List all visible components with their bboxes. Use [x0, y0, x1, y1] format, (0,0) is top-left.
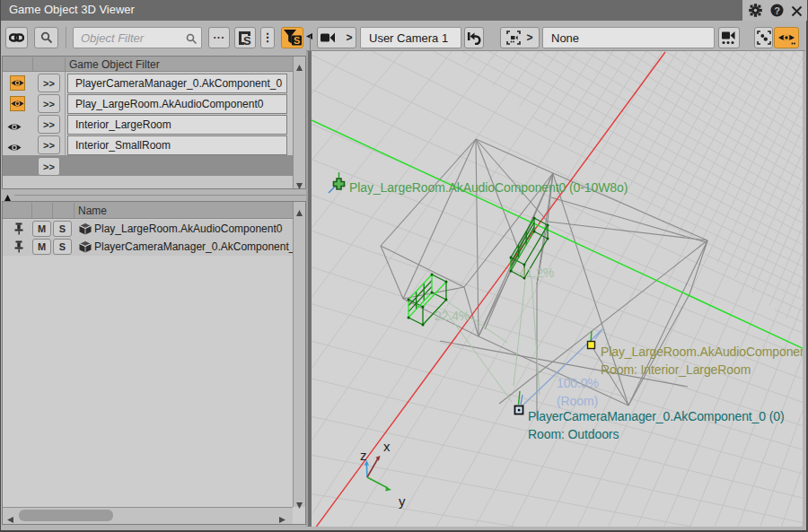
svg-text:Room: Outdoors: Room: Outdoors [528, 427, 619, 441]
svg-text:22.4%: 22.4% [435, 309, 470, 323]
svg-text:41.2%: 41.2% [519, 266, 554, 280]
svg-text:y: y [399, 493, 406, 509]
svg-text:Play_LargeRoom.AkAudioComponen: Play_LargeRoom.AkAudioComponen [601, 344, 803, 359]
svg-text:PlayerCameraManager_0.AkCompon: PlayerCameraManager_0.AkComponent_0 (0) [528, 409, 785, 423]
svg-text:S: S [294, 35, 300, 46]
svg-text:Play_LargeRoom.AkAudioComponen: Play_LargeRoom.AkAudioComponent0 (0-10W8… [349, 180, 628, 195]
svg-text:100.0%: 100.0% [557, 376, 599, 390]
svg-text:S: S [243, 34, 251, 46]
svg-text:Room: Interior_LargeRoom: Room: Interior_LargeRoom [601, 362, 751, 377]
svg-text:?: ? [774, 5, 780, 16]
svg-text:(Room): (Room) [557, 394, 598, 408]
svg-text:x: x [383, 439, 391, 454]
svg-text:z: z [360, 448, 367, 463]
